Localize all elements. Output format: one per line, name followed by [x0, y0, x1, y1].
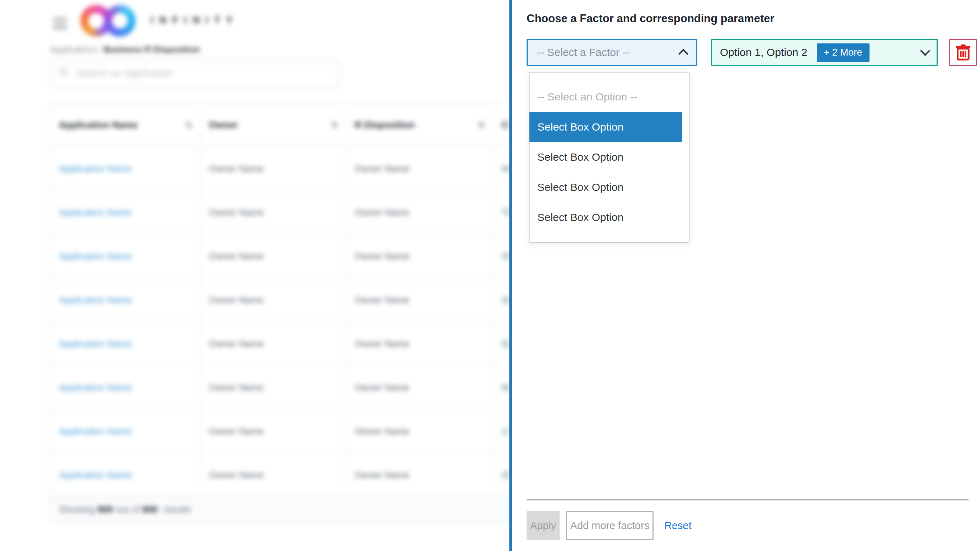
- factor-dropdown-list: -- Select an Option -- Select Box Option…: [529, 72, 689, 242]
- disposition-cell: Owner Name: [346, 366, 493, 409]
- extra-cell: TB: [493, 191, 509, 234]
- dropdown-option[interactable]: Select Box Option: [530, 202, 689, 233]
- breadcrumb-separator: /: [99, 45, 102, 54]
- application-link[interactable]: Application Name: [59, 382, 132, 393]
- dropdown-option[interactable]: Select Box Option: [530, 142, 689, 172]
- disposition-cell: Owner Name: [346, 147, 493, 190]
- extra-cell: 45: [493, 235, 509, 278]
- column-header-clipped[interactable]: Ch: [493, 104, 509, 146]
- extra-cell: 9c: [493, 366, 509, 409]
- table-row: Application Name Owner Name Owner Name 4…: [51, 234, 509, 278]
- more-options-badge[interactable]: + 2 More: [817, 43, 870, 62]
- disposition-cell: Owner Name: [346, 235, 493, 278]
- owner-cell: Owner Name: [200, 322, 346, 365]
- applications-table: Application Name ⇅ Owner ⇅ R Disposition…: [50, 104, 510, 522]
- top-bar: INFINITY: [0, 0, 509, 40]
- factor-select[interactable]: -- Select a Factor --: [527, 39, 697, 66]
- add-more-factors-button[interactable]: Add more factors: [566, 511, 654, 540]
- application-link[interactable]: Application Name: [59, 251, 132, 262]
- extra-cell: 14: [493, 410, 509, 453]
- extra-cell: 26: [493, 454, 509, 497]
- owner-cell: Owner Name: [200, 366, 346, 409]
- search-input[interactable]: [76, 67, 331, 79]
- parameter-select-value: Option 1, Option 2: [720, 46, 807, 59]
- table-header-row: Application Name ⇅ Owner ⇅ R Disposition…: [51, 104, 509, 147]
- owner-cell: Owner Name: [200, 454, 346, 497]
- factor-controls-row: -- Select a Factor -- Option 1, Option 2…: [527, 39, 980, 66]
- dropdown-option-highlighted[interactable]: Select Box Option: [530, 112, 682, 142]
- extra-cell: W: [493, 147, 509, 190]
- disposition-cell: Owner Name: [346, 454, 493, 497]
- factor-panel: Choose a Factor and corresponding parame…: [509, 0, 980, 551]
- owner-cell: Owner Name: [200, 235, 346, 278]
- sort-icon[interactable]: ⇅: [185, 120, 192, 130]
- table-row: Application Name Owner Name Owner Name S…: [51, 278, 509, 322]
- chevron-up-icon: [678, 49, 688, 59]
- trash-icon: [956, 44, 970, 61]
- application-link[interactable]: Application Name: [59, 338, 132, 349]
- table-row: Application Name Owner Name Owner Name 9…: [51, 322, 509, 365]
- footer-divider: [527, 499, 969, 500]
- column-header-r-disposition[interactable]: R Disposition ⇅: [346, 104, 493, 146]
- owner-cell: Owner Name: [200, 279, 346, 322]
- total-count: 800: [142, 504, 158, 515]
- dropdown-option-placeholder[interactable]: -- Select an Option --: [530, 82, 689, 112]
- disposition-cell: Owner Name: [346, 279, 493, 322]
- shown-count: 800: [97, 504, 113, 515]
- column-header-owner[interactable]: Owner ⇅: [200, 104, 346, 146]
- application-link[interactable]: Application Name: [59, 426, 132, 437]
- table-row: Application Name Owner Name Owner Name 1…: [51, 409, 509, 453]
- owner-cell: Owner Name: [200, 410, 346, 453]
- factor-select-placeholder: -- Select a Factor --: [537, 46, 630, 59]
- owner-cell: Owner Name: [200, 191, 346, 234]
- owner-cell: Owner Name: [200, 147, 346, 190]
- infinity-logo: [80, 4, 142, 37]
- apply-button[interactable]: Apply: [527, 511, 560, 540]
- parameter-select[interactable]: Option 1, Option 2 + 2 More: [711, 39, 938, 66]
- footer-buttons-row: Apply Add more factors Reset: [527, 511, 971, 540]
- brand-name: INFINITY: [151, 14, 239, 26]
- column-header-application-name[interactable]: Application Name ⇅: [51, 104, 200, 146]
- reset-link[interactable]: Reset: [664, 520, 692, 532]
- logo-ring-right-icon: [104, 5, 135, 37]
- extra-cell: Se: [493, 279, 509, 322]
- application-link[interactable]: Application Name: [59, 207, 132, 218]
- hamburger-icon[interactable]: [53, 18, 67, 29]
- extra-cell: 92: [493, 322, 509, 365]
- breadcrumb: Applications / Business R Disposition: [50, 45, 200, 54]
- sort-icon[interactable]: ⇅: [478, 120, 485, 130]
- table-row: Application Name Owner Name Owner Name T…: [51, 190, 509, 234]
- panel-title: Choose a Factor and corresponding parame…: [527, 12, 980, 25]
- disposition-cell: Owner Name: [346, 410, 493, 453]
- results-summary: Showing 800 out of 800 results: [51, 497, 509, 522]
- screen: INFINITY Applications / Business R Dispo…: [0, 0, 980, 551]
- table-row: Application Name Owner Name Owner Name W: [51, 147, 509, 190]
- panel-footer: Apply Add more factors Reset: [527, 499, 971, 540]
- application-link[interactable]: Application Name: [59, 163, 132, 174]
- disposition-cell: Owner Name: [346, 322, 493, 365]
- delete-factor-button[interactable]: [949, 39, 977, 66]
- application-link[interactable]: Application Name: [59, 470, 132, 481]
- chevron-down-icon: [920, 46, 930, 56]
- disposition-cell: Owner Name: [346, 191, 493, 234]
- breadcrumb-current: Business R Disposition: [103, 45, 200, 54]
- breadcrumb-parent[interactable]: Applications: [50, 45, 97, 54]
- table-row: Application Name Owner Name Owner Name 2…: [51, 453, 509, 497]
- application-search[interactable]: [50, 59, 339, 87]
- dropdown-option[interactable]: Select Box Option: [530, 172, 689, 202]
- search-icon: [59, 68, 70, 78]
- sort-icon[interactable]: ⇅: [331, 120, 338, 130]
- application-link[interactable]: Application Name: [59, 295, 132, 306]
- table-row: Application Name Owner Name Owner Name 9…: [51, 365, 509, 409]
